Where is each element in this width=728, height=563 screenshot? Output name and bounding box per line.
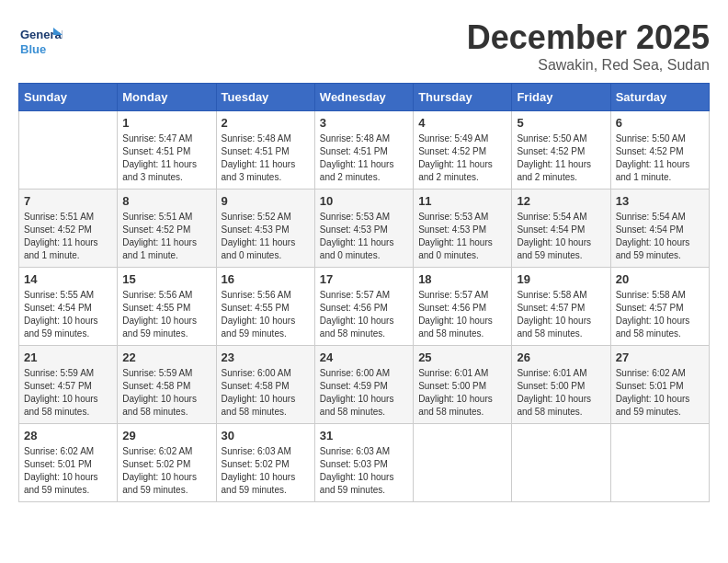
day-number: 23 bbox=[222, 350, 310, 364]
logo: General Blue bbox=[18, 18, 60, 55]
day-number: 3 bbox=[320, 116, 408, 130]
day-number: 29 bbox=[122, 429, 210, 442]
calendar-cell bbox=[512, 424, 610, 502]
day-info: Sunrise: 5:50 AM Sunset: 4:52 PM Dayligh… bbox=[616, 132, 704, 184]
day-number: 6 bbox=[616, 116, 704, 130]
calendar-cell: 13Sunrise: 5:54 AM Sunset: 4:54 PM Dayli… bbox=[610, 190, 709, 268]
calendar-cell: 24Sunrise: 6:00 AM Sunset: 4:59 PM Dayli… bbox=[314, 346, 413, 424]
day-number: 4 bbox=[418, 116, 506, 130]
day-info: Sunrise: 5:53 AM Sunset: 4:53 PM Dayligh… bbox=[418, 211, 506, 262]
day-info: Sunrise: 5:49 AM Sunset: 4:52 PM Dayligh… bbox=[418, 132, 506, 184]
day-info: Sunrise: 6:03 AM Sunset: 5:02 PM Dayligh… bbox=[222, 445, 310, 497]
calendar-cell: 25Sunrise: 6:01 AM Sunset: 5:00 PM Dayli… bbox=[414, 346, 512, 424]
day-number: 18 bbox=[418, 272, 506, 286]
day-info: Sunrise: 5:57 AM Sunset: 4:56 PM Dayligh… bbox=[418, 289, 506, 340]
day-info: Sunrise: 6:00 AM Sunset: 4:59 PM Dayligh… bbox=[320, 367, 408, 419]
day-info: Sunrise: 6:01 AM Sunset: 5:00 PM Dayligh… bbox=[418, 367, 506, 419]
calendar-cell: 15Sunrise: 5:56 AM Sunset: 4:55 PM Dayli… bbox=[118, 268, 216, 346]
calendar-body: 1Sunrise: 5:47 AM Sunset: 4:51 PM Daylig… bbox=[19, 111, 710, 502]
day-number: 8 bbox=[122, 194, 210, 208]
day-number: 26 bbox=[517, 350, 605, 364]
calendar-header-row: SundayMondayTuesdayWednesdayThursdayFrid… bbox=[19, 84, 710, 111]
calendar-cell: 10Sunrise: 5:53 AM Sunset: 4:53 PM Dayli… bbox=[314, 190, 413, 268]
day-number: 2 bbox=[222, 116, 310, 130]
day-number: 27 bbox=[616, 350, 704, 364]
day-info: Sunrise: 5:48 AM Sunset: 4:51 PM Dayligh… bbox=[222, 132, 310, 184]
day-info: Sunrise: 6:03 AM Sunset: 5:03 PM Dayligh… bbox=[320, 445, 408, 497]
day-info: Sunrise: 5:56 AM Sunset: 4:55 PM Dayligh… bbox=[222, 289, 310, 340]
day-of-week-header: Saturday bbox=[610, 84, 709, 111]
location: Sawakin, Red Sea, Sudan bbox=[467, 57, 710, 74]
calendar-cell: 8Sunrise: 5:51 AM Sunset: 4:52 PM Daylig… bbox=[118, 190, 216, 268]
day-info: Sunrise: 5:56 AM Sunset: 4:55 PM Dayligh… bbox=[122, 289, 210, 340]
calendar-cell: 18Sunrise: 5:57 AM Sunset: 4:56 PM Dayli… bbox=[414, 268, 512, 346]
day-of-week-header: Tuesday bbox=[216, 84, 314, 111]
calendar-cell: 31Sunrise: 6:03 AM Sunset: 5:03 PM Dayli… bbox=[314, 424, 413, 502]
day-number: 22 bbox=[122, 350, 210, 364]
calendar-cell: 20Sunrise: 5:58 AM Sunset: 4:57 PM Dayli… bbox=[610, 268, 709, 346]
calendar-cell: 5Sunrise: 5:50 AM Sunset: 4:52 PM Daylig… bbox=[512, 111, 610, 190]
day-number: 14 bbox=[24, 272, 112, 286]
day-of-week-header: Thursday bbox=[414, 84, 512, 111]
calendar-cell: 22Sunrise: 5:59 AM Sunset: 4:58 PM Dayli… bbox=[118, 346, 216, 424]
day-info: Sunrise: 5:59 AM Sunset: 4:57 PM Dayligh… bbox=[24, 367, 112, 419]
calendar-cell bbox=[610, 424, 709, 502]
calendar-week-row: 21Sunrise: 5:59 AM Sunset: 4:57 PM Dayli… bbox=[19, 346, 710, 424]
day-of-week-header: Monday bbox=[118, 84, 216, 111]
day-info: Sunrise: 5:57 AM Sunset: 4:56 PM Dayligh… bbox=[320, 289, 408, 340]
day-number: 19 bbox=[517, 272, 605, 286]
calendar-cell: 29Sunrise: 6:02 AM Sunset: 5:02 PM Dayli… bbox=[118, 424, 216, 502]
day-number: 17 bbox=[320, 272, 408, 286]
calendar-cell: 30Sunrise: 6:03 AM Sunset: 5:02 PM Dayli… bbox=[216, 424, 314, 502]
calendar-cell: 6Sunrise: 5:50 AM Sunset: 4:52 PM Daylig… bbox=[610, 111, 709, 190]
day-number: 7 bbox=[24, 194, 112, 208]
calendar-week-row: 7Sunrise: 5:51 AM Sunset: 4:52 PM Daylig… bbox=[19, 190, 710, 268]
day-info: Sunrise: 5:54 AM Sunset: 4:54 PM Dayligh… bbox=[517, 211, 605, 262]
calendar-cell: 2Sunrise: 5:48 AM Sunset: 4:51 PM Daylig… bbox=[216, 111, 314, 190]
day-info: Sunrise: 5:52 AM Sunset: 4:53 PM Dayligh… bbox=[222, 211, 310, 262]
day-number: 10 bbox=[320, 194, 408, 208]
calendar-cell: 14Sunrise: 5:55 AM Sunset: 4:54 PM Dayli… bbox=[19, 268, 118, 346]
day-number: 9 bbox=[222, 194, 310, 208]
day-number: 11 bbox=[418, 194, 506, 208]
calendar-cell: 1Sunrise: 5:47 AM Sunset: 4:51 PM Daylig… bbox=[118, 111, 216, 190]
calendar-cell: 17Sunrise: 5:57 AM Sunset: 4:56 PM Dayli… bbox=[314, 268, 413, 346]
day-info: Sunrise: 5:51 AM Sunset: 4:52 PM Dayligh… bbox=[122, 211, 210, 262]
day-info: Sunrise: 6:02 AM Sunset: 5:01 PM Dayligh… bbox=[616, 367, 704, 419]
day-info: Sunrise: 5:48 AM Sunset: 4:51 PM Dayligh… bbox=[320, 132, 408, 184]
day-number: 13 bbox=[616, 194, 704, 208]
title-block: December 2025 Sawakin, Red Sea, Sudan bbox=[467, 18, 710, 74]
calendar-cell: 28Sunrise: 6:02 AM Sunset: 5:01 PM Dayli… bbox=[19, 424, 118, 502]
day-info: Sunrise: 6:02 AM Sunset: 5:02 PM Dayligh… bbox=[122, 445, 210, 497]
day-info: Sunrise: 5:58 AM Sunset: 4:57 PM Dayligh… bbox=[616, 289, 704, 340]
day-number: 31 bbox=[320, 429, 408, 442]
day-info: Sunrise: 5:58 AM Sunset: 4:57 PM Dayligh… bbox=[517, 289, 605, 340]
svg-text:Blue: Blue bbox=[20, 42, 46, 56]
calendar-cell bbox=[19, 111, 118, 190]
month-title: December 2025 bbox=[467, 18, 710, 57]
day-info: Sunrise: 5:50 AM Sunset: 4:52 PM Dayligh… bbox=[517, 132, 605, 184]
day-number: 28 bbox=[24, 429, 112, 442]
calendar-week-row: 14Sunrise: 5:55 AM Sunset: 4:54 PM Dayli… bbox=[19, 268, 710, 346]
day-info: Sunrise: 6:02 AM Sunset: 5:01 PM Dayligh… bbox=[24, 445, 112, 497]
calendar-cell: 12Sunrise: 5:54 AM Sunset: 4:54 PM Dayli… bbox=[512, 190, 610, 268]
calendar-cell: 7Sunrise: 5:51 AM Sunset: 4:52 PM Daylig… bbox=[19, 190, 118, 268]
logo-icon: General Blue bbox=[18, 18, 55, 55]
calendar-cell: 23Sunrise: 6:00 AM Sunset: 4:58 PM Dayli… bbox=[216, 346, 314, 424]
day-number: 30 bbox=[222, 429, 310, 442]
day-number: 24 bbox=[320, 350, 408, 364]
day-info: Sunrise: 5:47 AM Sunset: 4:51 PM Dayligh… bbox=[122, 132, 210, 184]
calendar-cell: 21Sunrise: 5:59 AM Sunset: 4:57 PM Dayli… bbox=[19, 346, 118, 424]
calendar-cell: 3Sunrise: 5:48 AM Sunset: 4:51 PM Daylig… bbox=[314, 111, 413, 190]
day-info: Sunrise: 5:51 AM Sunset: 4:52 PM Dayligh… bbox=[24, 211, 112, 262]
calendar-table: SundayMondayTuesdayWednesdayThursdayFrid… bbox=[18, 83, 710, 502]
calendar-cell: 4Sunrise: 5:49 AM Sunset: 4:52 PM Daylig… bbox=[414, 111, 512, 190]
calendar-week-row: 28Sunrise: 6:02 AM Sunset: 5:01 PM Dayli… bbox=[19, 424, 710, 502]
calendar-cell: 27Sunrise: 6:02 AM Sunset: 5:01 PM Dayli… bbox=[610, 346, 709, 424]
calendar-cell: 9Sunrise: 5:52 AM Sunset: 4:53 PM Daylig… bbox=[216, 190, 314, 268]
day-info: Sunrise: 5:55 AM Sunset: 4:54 PM Dayligh… bbox=[24, 289, 112, 340]
calendar-cell: 16Sunrise: 5:56 AM Sunset: 4:55 PM Dayli… bbox=[216, 268, 314, 346]
day-number: 20 bbox=[616, 272, 704, 286]
day-number: 12 bbox=[517, 194, 605, 208]
calendar-cell: 19Sunrise: 5:58 AM Sunset: 4:57 PM Dayli… bbox=[512, 268, 610, 346]
